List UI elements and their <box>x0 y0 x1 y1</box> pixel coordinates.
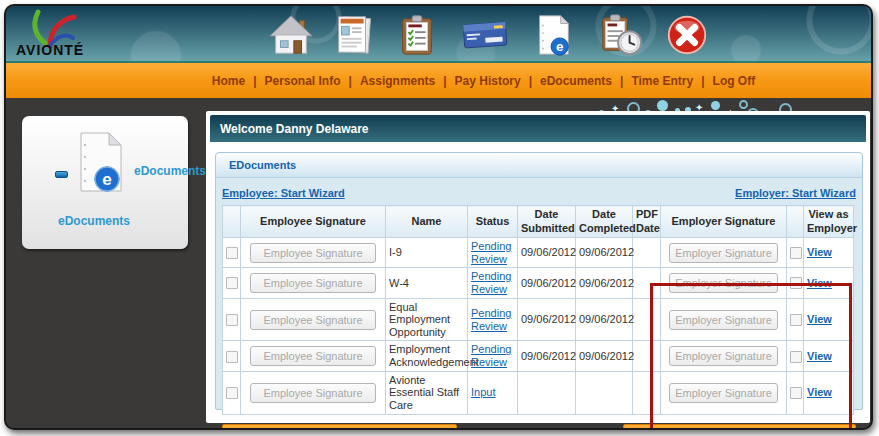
pdf-date <box>633 298 661 341</box>
table-row: Employee Signature Equal Employment Oppo… <box>223 298 854 341</box>
status-link[interactable]: Input <box>471 386 495 398</box>
edocuments-panel: EDocuments Employee: Start Wizard Employ… <box>215 152 863 410</box>
status-link[interactable]: Pending Review <box>471 343 511 368</box>
employee-signature-button[interactable]: Employee Signature <box>250 273 377 293</box>
time-entry-icon[interactable] <box>593 12 647 58</box>
pay-history-icon[interactable] <box>457 12 513 58</box>
personal-info-icon[interactable] <box>331 12 377 58</box>
view-as-employer-link[interactable]: View <box>807 277 832 289</box>
header-name: Name <box>386 206 468 238</box>
svg-text:e: e <box>102 170 111 189</box>
header-status: Status <box>468 206 518 238</box>
employee-select-checkbox[interactable] <box>226 314 238 326</box>
document-name: Avionte Essential Staff Care <box>386 371 468 414</box>
header-date-completed: Date Completed <box>576 206 633 238</box>
sidebar-edocuments-icon[interactable]: e <box>77 131 123 193</box>
employer-select-checkbox[interactable] <box>790 351 802 363</box>
view-as-employer-link[interactable]: View <box>807 350 832 362</box>
nav-personal-info[interactable]: Personal Info <box>257 74 349 88</box>
date-submitted: 09/06/2012 <box>518 268 576 298</box>
view-as-employer-link[interactable]: View <box>807 313 832 325</box>
welcome-title: Welcome Danny Delaware <box>220 122 369 136</box>
date-submitted: 09/06/2012 <box>518 298 576 341</box>
home-icon[interactable] <box>268 12 314 58</box>
header-pdf-date: PDF Date <box>633 206 661 238</box>
date-submitted: 09/06/2012 <box>518 238 576 268</box>
employer-signature-button[interactable]: Employer Signature <box>669 310 778 330</box>
welcome-header: Welcome Danny Delaware <box>210 115 866 142</box>
date-completed: 09/06/2012 <box>576 298 633 341</box>
wizard-links-row: Employee: Start Wizard Employer: Start W… <box>222 185 856 201</box>
employer-signature-button[interactable]: Employer Signature <box>669 383 778 403</box>
view-as-employer-link[interactable]: View <box>807 246 832 258</box>
app-window: AVIONTÉ <box>4 4 873 430</box>
log-off-icon[interactable] <box>664 12 710 58</box>
employee-signature-button[interactable]: Employee Signature <box>250 383 377 403</box>
document-name: Equal Employment Opportunity <box>386 298 468 341</box>
edocuments-icon[interactable]: e <box>530 12 576 58</box>
employee-start-wizard-link[interactable]: Employee: Start Wizard <box>222 187 345 199</box>
table-row: Employee Signature Employment Acknowledg… <box>223 341 854 371</box>
status-link[interactable]: Pending Review <box>471 240 511 265</box>
date-submitted <box>518 371 576 414</box>
employee-select-checkbox[interactable] <box>226 387 238 399</box>
employer-select-checkbox[interactable] <box>790 277 802 289</box>
date-completed: 09/06/2012 <box>576 238 633 268</box>
employer-start-wizard-link[interactable]: Employer: Start Wizard <box>735 187 856 199</box>
employee-signature-button[interactable]: Employee Signature <box>250 346 377 366</box>
header-employer-signature: Employer Signature <box>661 206 787 238</box>
main-nav: Home| Personal Info| Assignments| Pay Hi… <box>6 63 871 98</box>
date-completed <box>576 371 633 414</box>
pdf-date <box>633 341 661 371</box>
table-row: Employee Signature W-4 Pending Review 09… <box>223 268 854 298</box>
table-header-row: Employee Signature Name Status Date Subm… <box>223 206 854 238</box>
employer-signature-button[interactable]: Employer Signature <box>669 346 778 366</box>
sidebar-bullet-icon <box>55 171 68 178</box>
sidebar-edocuments-icon-label[interactable]: eDocuments <box>134 164 206 178</box>
nav-edocuments[interactable]: eDocuments <box>532 74 620 88</box>
document-name: I-9 <box>386 238 468 268</box>
employer-select-checkbox[interactable] <box>790 247 802 259</box>
pdf-date <box>633 238 661 268</box>
avionte-logo: AVIONTÉ <box>16 8 136 60</box>
assignments-icon[interactable] <box>394 12 440 58</box>
nav-home[interactable]: Home <box>204 74 253 88</box>
employer-sign-selected-button[interactable]: Employer: Sign selected documents <box>623 424 856 430</box>
nav-pay-history[interactable]: Pay History <box>447 74 529 88</box>
date-completed: 09/06/2012 <box>576 268 633 298</box>
employer-select-checkbox[interactable] <box>790 314 802 326</box>
employee-select-checkbox[interactable] <box>226 351 238 363</box>
document-name: W-4 <box>386 268 468 298</box>
table-row: Employee Signature I-9 Pending Review 09… <box>223 238 854 268</box>
edocuments-panel-body: Employee: Start Wizard Employer: Start W… <box>216 178 862 430</box>
pdf-date <box>633 268 661 298</box>
view-as-employer-link[interactable]: View <box>807 386 832 398</box>
panel-title: EDocuments <box>229 159 296 171</box>
employer-select-checkbox[interactable] <box>790 387 802 399</box>
date-completed: 09/06/2012 <box>576 341 633 371</box>
banner: AVIONTÉ <box>6 6 871 63</box>
svg-text:e: e <box>556 39 563 54</box>
employee-signature-button[interactable]: Employee Signature <box>250 310 377 330</box>
status-link[interactable]: Pending Review <box>471 270 511 295</box>
header-employer-checkbox-col <box>787 206 804 238</box>
banner-icon-row: e <box>268 10 710 60</box>
sidebar-item-edocuments[interactable]: eDocuments <box>58 214 130 228</box>
employee-select-checkbox[interactable] <box>226 247 238 259</box>
header-employee-signature: Employee Signature <box>241 206 386 238</box>
header-date-submitted: Date Submitted <box>518 206 576 238</box>
employer-signature-button[interactable]: Employer Signature <box>669 243 778 263</box>
employee-select-checkbox[interactable] <box>226 277 238 289</box>
nav-time-entry[interactable]: Time Entry <box>623 74 701 88</box>
employer-signature-button[interactable]: Employer Signature <box>669 273 778 293</box>
nav-log-off[interactable]: Log Off <box>705 74 764 88</box>
status-link[interactable]: Pending Review <box>471 307 511 332</box>
header-view-as-employer: View as Employer <box>804 206 854 238</box>
employee-sign-selected-button[interactable]: Employee: Sign selected documents <box>222 424 457 430</box>
nav-assignments[interactable]: Assignments <box>352 74 443 88</box>
document-name: Employment Acknowledgement <box>386 341 468 371</box>
sign-buttons-row: Employee: Sign selected documents Employ… <box>222 424 856 430</box>
employee-signature-button[interactable]: Employee Signature <box>250 243 377 263</box>
content-area: ✦ ✦ ✦ e eDocu <box>6 98 871 430</box>
edocuments-table: Employee Signature Name Status Date Subm… <box>222 205 854 415</box>
